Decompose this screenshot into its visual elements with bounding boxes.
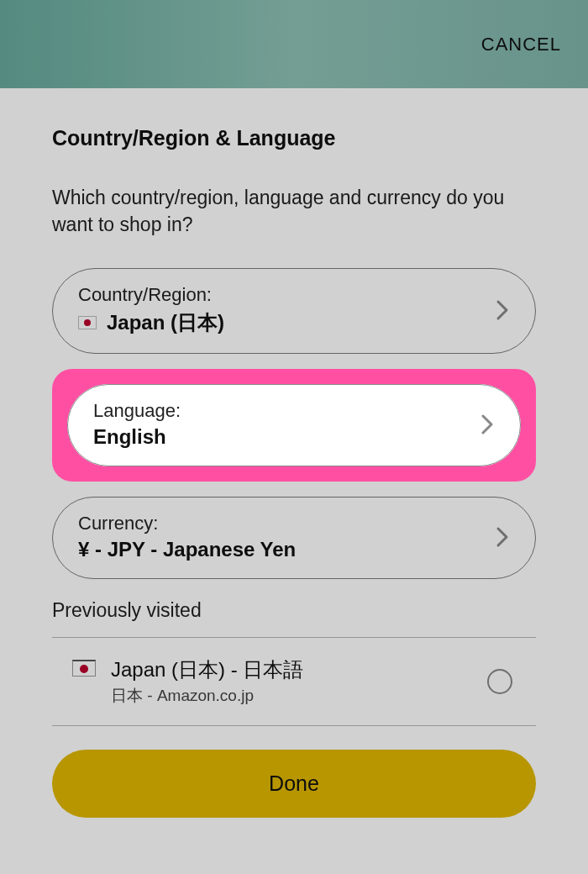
language-selector[interactable]: Language: English [67, 384, 521, 466]
content-area: Country/Region & Language Which country/… [0, 88, 588, 818]
page-subtitle: Which country/region, language and curre… [52, 184, 536, 238]
divider [52, 725, 536, 726]
done-button[interactable]: Done [52, 750, 536, 818]
previously-visited-item[interactable]: Japan (日本) - 日本語 日本 - Amazon.co.jp [52, 638, 536, 725]
currency-selector[interactable]: Currency: ¥ - JPY - Japanese Yen [52, 497, 536, 579]
previous-item-title: Japan (日本) - 日本語 [111, 656, 487, 683]
country-value: Japan (日本) [107, 309, 224, 336]
country-label: Country/Region: [78, 284, 224, 306]
currency-value: ¥ - JPY - Japanese Yen [78, 538, 296, 561]
japan-flag-icon [78, 316, 97, 329]
language-label: Language: [93, 400, 181, 422]
previous-item-subtitle: 日本 - Amazon.co.jp [111, 685, 487, 707]
cancel-button[interactable]: CANCEL [481, 34, 561, 55]
country-region-selector[interactable]: Country/Region: Japan (日本) [52, 268, 536, 354]
chevron-right-icon [495, 525, 510, 549]
previously-visited-header: Previously visited [52, 599, 536, 622]
page-title: Country/Region & Language [52, 126, 536, 150]
chevron-right-icon [495, 298, 510, 322]
currency-label: Currency: [78, 513, 296, 534]
app-header: CANCEL [0, 0, 588, 88]
language-highlight: Language: English [52, 369, 536, 482]
japan-flag-icon [72, 660, 96, 677]
radio-unselected-icon[interactable] [487, 669, 512, 694]
chevron-right-icon [480, 413, 495, 436]
language-value: English [93, 425, 181, 449]
